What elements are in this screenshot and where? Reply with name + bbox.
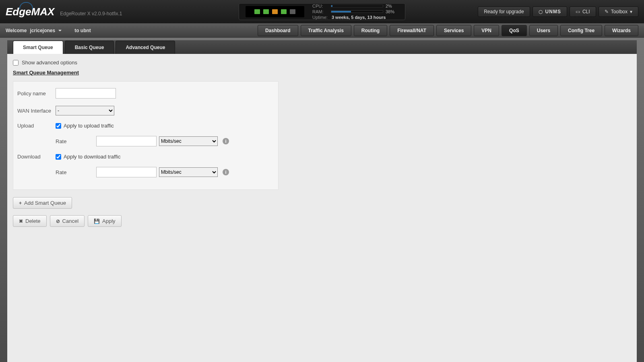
delete-button[interactable]: ✖Delete <box>13 215 47 227</box>
close-icon: ✖ <box>19 218 23 224</box>
section-title: Smart Queue Management <box>13 70 631 76</box>
cpu-bar <box>331 5 383 7</box>
apply-download-label: Apply to download traffic <box>64 154 120 160</box>
welcome-menu[interactable]: Welcome jcricejones <box>6 28 62 33</box>
system-status-widget: CPU: 2% RAM: 38% Uptime: 3 weeks, 5 days… <box>239 3 405 20</box>
apply-download-checkbox[interactable] <box>56 154 61 160</box>
terminal-icon: ▭ <box>576 9 580 14</box>
show-advanced-checkbox[interactable] <box>13 60 19 66</box>
top-bar: EdgeMAX EdgeRouter X v2.0.9-hotfix.1 CPU… <box>0 0 644 23</box>
toolbox-button[interactable]: ✎Toolbox▾ <box>599 6 638 17</box>
tab-firewall-nat[interactable]: Firewall/NAT <box>390 25 434 36</box>
download-rate-label: Rate <box>56 169 94 175</box>
ram-value: 38% <box>383 9 398 14</box>
apply-upload-checkbox[interactable] <box>56 123 61 129</box>
cpu-value: 2% <box>383 4 398 8</box>
subtab-advanced-queue[interactable]: Advanced Queue <box>116 41 175 54</box>
upload-rate-unit-select[interactable]: Mbits/sec <box>159 136 218 146</box>
apply-button[interactable]: 💾Apply <box>88 215 122 227</box>
download-label: Download <box>17 154 56 160</box>
brand: EdgeMAX EdgeRouter X v2.0.9-hotfix.1 <box>6 6 122 18</box>
tab-qos[interactable]: QoS <box>502 25 527 36</box>
port-led-4 <box>281 9 287 14</box>
ready-for-upgrade-button[interactable]: Ready for upgrade <box>478 6 530 17</box>
brand-logo: EdgeMAX <box>6 6 54 18</box>
upload-label: Upload <box>17 123 56 129</box>
port-leds <box>246 6 304 17</box>
uptime-label: Uptime: <box>312 15 328 20</box>
brand-subtitle: EdgeRouter X v2.0.9-hotfix.1 <box>60 11 122 16</box>
chevron-down-icon: ▾ <box>630 9 632 14</box>
upload-rate-label: Rate <box>56 138 94 144</box>
download-rate-unit-select[interactable]: Mbits/sec <box>159 167 218 177</box>
tab-vpn[interactable]: VPN <box>474 25 499 36</box>
port-led-2 <box>263 9 269 14</box>
upload-rate-input[interactable] <box>96 136 157 146</box>
chevron-down-icon <box>58 30 62 33</box>
sub-tabs: Smart QueueBasic QueueAdvanced Queue <box>7 40 637 54</box>
unms-icon: ◌ <box>539 9 543 14</box>
save-icon: 💾 <box>94 218 100 224</box>
port-led-3 <box>272 9 278 14</box>
unms-button[interactable]: ◌UNMS <box>533 6 567 17</box>
ram-bar <box>331 10 383 13</box>
policy-name-label: Policy name <box>17 90 56 97</box>
cpu-label: CPU: <box>312 4 331 8</box>
tab-users[interactable]: Users <box>529 25 558 36</box>
subtab-smart-queue[interactable]: Smart Queue <box>13 41 63 54</box>
wan-interface-label: WAN Interface <box>17 108 56 114</box>
wan-interface-select[interactable]: - <box>56 106 114 115</box>
tab-traffic-analysis[interactable]: Traffic Analysis <box>301 25 351 36</box>
welcome-user: jcricejones <box>30 28 55 33</box>
download-rate-input[interactable] <box>96 167 157 177</box>
main-tabs: DashboardTraffic AnalysisRoutingFirewall… <box>258 25 638 36</box>
policy-name-input[interactable] <box>56 88 116 99</box>
uptime-value: 3 weeks, 5 days, 13 hours <box>332 15 386 20</box>
tab-services[interactable]: Services <box>436 25 471 36</box>
content-panel: Smart QueueBasic QueueAdvanced Queue Sho… <box>7 40 637 362</box>
to-ubnt-link[interactable]: to ubnt <box>74 28 91 33</box>
help-icon[interactable]: i <box>223 138 229 144</box>
wrench-icon: ✎ <box>605 9 609 14</box>
help-icon[interactable]: i <box>223 169 229 175</box>
top-right-buttons: Ready for upgrade ◌UNMS ▭CLI ✎Toolbox▾ <box>478 6 638 17</box>
tab-dashboard[interactable]: Dashboard <box>258 25 298 36</box>
nav-row: Welcome jcricejones to ubnt DashboardTra… <box>0 23 644 38</box>
smart-queue-form: Policy name WAN Interface - Upload Apply… <box>13 81 279 190</box>
cancel-icon: ⊘ <box>56 218 60 224</box>
tab-routing[interactable]: Routing <box>354 25 387 36</box>
ram-label: RAM: <box>312 9 331 14</box>
show-advanced-label[interactable]: Show advanced options <box>22 60 77 66</box>
system-stats: CPU: 2% RAM: 38% Uptime: 3 weeks, 5 days… <box>312 4 398 20</box>
tab-wizards[interactable]: Wizards <box>605 25 638 36</box>
smart-queue-pane: Show advanced options Smart Queue Manage… <box>7 54 637 232</box>
welcome-prefix: Welcome <box>6 28 27 33</box>
plus-icon: + <box>19 200 22 206</box>
port-led-1 <box>254 9 260 14</box>
apply-upload-label: Apply to upload traffic <box>64 123 114 129</box>
cli-button[interactable]: ▭CLI <box>570 6 596 17</box>
tab-config-tree[interactable]: Config Tree <box>560 25 602 36</box>
port-led-5 <box>290 9 295 14</box>
cancel-button[interactable]: ⊘Cancel <box>50 215 85 227</box>
subtab-basic-queue[interactable]: Basic Queue <box>65 41 114 54</box>
add-smart-queue-button[interactable]: +Add Smart Queue <box>13 197 72 209</box>
